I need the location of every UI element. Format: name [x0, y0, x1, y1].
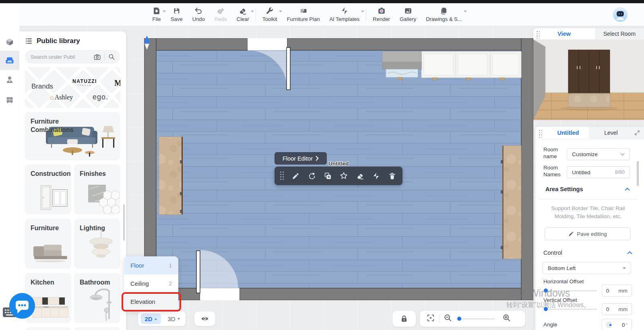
angle-dial[interactable]: [606, 322, 612, 328]
room-names-label: Room Names: [543, 164, 564, 178]
collapse-chevron-icon[interactable]: [627, 251, 632, 254]
rail-item-my-models[interactable]: [0, 90, 19, 109]
room-properties-panel: Untitled Level Room name Customize Room …: [535, 127, 644, 330]
tab-level[interactable]: Level: [594, 127, 628, 139]
left-rail: [0, 3, 19, 330]
door-leaf-top[interactable]: [287, 47, 290, 90]
library-card-construction[interactable]: Construction: [25, 164, 71, 214]
library-card-partial[interactable]: [74, 327, 120, 330]
rotate-icon[interactable]: [307, 171, 316, 181]
visibility-button[interactable]: [194, 311, 215, 326]
rail-item-design[interactable]: [0, 32, 19, 52]
layer-menu-item-floor[interactable]: Floor 1: [124, 256, 178, 274]
render-button[interactable]: Render: [368, 4, 395, 25]
zoom-in-button[interactable]: [502, 314, 511, 324]
zoom-slider[interactable]: [456, 311, 497, 327]
vertical-offset-thumb[interactable]: [544, 307, 548, 311]
horizontal-offset-slider[interactable]: [545, 290, 597, 291]
pave-editing-button[interactable]: Pave editing: [545, 227, 631, 240]
search-input[interactable]: [30, 54, 90, 60]
clear-button[interactable]: Clear: [232, 4, 254, 25]
tab-view[interactable]: View: [533, 28, 595, 39]
collapse-chevron-icon[interactable]: [625, 188, 630, 191]
library-card-finishes[interactable]: Finishes: [74, 164, 120, 214]
zoom-controls: [420, 311, 525, 327]
wardrobe-left[interactable]: [159, 137, 183, 214]
library-card-lighting[interactable]: Lighting: [74, 219, 120, 269]
chat-support-button[interactable]: [8, 292, 36, 320]
search-icon[interactable]: [108, 53, 115, 60]
lighting-art: [85, 232, 116, 266]
edit-pencil-icon[interactable]: [291, 171, 300, 181]
drag-handle-icon[interactable]: [537, 31, 541, 39]
gallery-button[interactable]: Gallery: [395, 4, 421, 25]
toolkit-button[interactable]: Toolkit: [258, 4, 282, 25]
floor-editor-button[interactable]: Floor Editor: [275, 152, 327, 165]
tab-select-room[interactable]: Select Room: [595, 28, 644, 39]
room-3d-preview[interactable]: [533, 39, 644, 120]
vertical-offset-slider[interactable]: [545, 309, 597, 310]
documents-icon: [440, 6, 448, 15]
file-icon: [152, 6, 161, 15]
library-scrollbar[interactable]: [123, 204, 125, 241]
expand-icon[interactable]: [635, 130, 640, 135]
panel-scrollbar[interactable]: [637, 161, 639, 186]
library-card-bathroom[interactable]: Bathroom: [74, 273, 120, 323]
camera-search-icon[interactable]: [93, 53, 101, 61]
ai-templates-button[interactable]: AI Templates: [324, 4, 364, 25]
mode-2d-button[interactable]: 2D: [141, 314, 161, 324]
brands-card[interactable]: Brands NATUZZI ITALIA Mi ⌂ Ashley ego.: [25, 67, 120, 108]
wall-start-marker[interactable]: [143, 35, 151, 51]
cooktop[interactable]: [386, 69, 418, 77]
assistant-avatar[interactable]: [613, 7, 628, 24]
fit-screen-button[interactable]: [426, 314, 435, 324]
kitchen-art: [31, 296, 70, 319]
wardrobe-right[interactable]: [501, 146, 521, 259]
flip-flash-icon[interactable]: [371, 171, 381, 181]
door-leaf-bottom[interactable]: [196, 251, 200, 293]
rail-item-furnish[interactable]: [0, 51, 19, 70]
redo-button[interactable]: Redo: [210, 4, 232, 25]
list-icon[interactable]: [25, 37, 33, 45]
divider: [439, 314, 440, 323]
layer-menu-item-ceiling[interactable]: Ceiling 2: [124, 274, 178, 293]
furniture-plan-button[interactable]: Furniture Plan: [282, 4, 325, 25]
angle-input[interactable]: 0 °: [602, 319, 632, 330]
delete-trash-icon[interactable]: [387, 171, 397, 181]
library-card-furniture[interactable]: Furniture: [25, 219, 71, 269]
horizontal-offset-input[interactable]: 0 mm: [602, 285, 632, 297]
favorite-star-icon[interactable]: [339, 171, 349, 181]
zoom-out-button[interactable]: [444, 314, 452, 324]
save-button[interactable]: Save: [166, 4, 188, 25]
undo-button[interactable]: Undo: [188, 4, 210, 25]
furniture-combinations-card[interactable]: Furniture Combinations: [25, 112, 120, 160]
rail-item-account[interactable]: [0, 70, 19, 89]
vertical-offset-label: Vertical Offset: [543, 297, 577, 303]
vertical-offset-input[interactable]: 0 mm: [602, 303, 632, 315]
dropdown-caret-icon: [279, 10, 282, 12]
library-card-partial[interactable]: [25, 327, 71, 330]
room-name-select[interactable]: Customize: [567, 148, 630, 160]
mode-3d-button[interactable]: 3D: [164, 314, 184, 324]
toolbar-divider: [256, 8, 256, 21]
horizontal-offset-thumb[interactable]: [544, 289, 548, 293]
brand-partial: Mi: [114, 78, 120, 88]
anchor-select[interactable]: Bottom Left: [543, 262, 631, 274]
drawings-button[interactable]: Drawings & S...: [421, 4, 467, 25]
object-toolbar: [275, 167, 402, 185]
chevron-down-icon: [177, 318, 180, 320]
zoom-slider-thumb[interactable]: [457, 317, 461, 321]
elevation-highlight-box: [122, 292, 181, 311]
room-names-input[interactable]: Untitled 8/60: [567, 166, 630, 178]
file-button[interactable]: File: [147, 4, 166, 25]
drag-handle-icon[interactable]: [280, 171, 284, 180]
eraser-icon[interactable]: [355, 171, 365, 181]
duplicate-icon[interactable]: [323, 171, 332, 181]
wrench-icon: [265, 6, 274, 15]
wardrobe-3d: [568, 50, 610, 107]
kitchen-cabinet-run[interactable]: [382, 52, 521, 80]
tab-untitled[interactable]: Untitled: [547, 127, 589, 139]
area-settings-hint: Support Border Tile, Chair Rail Molding,…: [541, 204, 635, 221]
drag-handle-icon[interactable]: [539, 130, 543, 138]
lock-button[interactable]: [392, 311, 416, 327]
